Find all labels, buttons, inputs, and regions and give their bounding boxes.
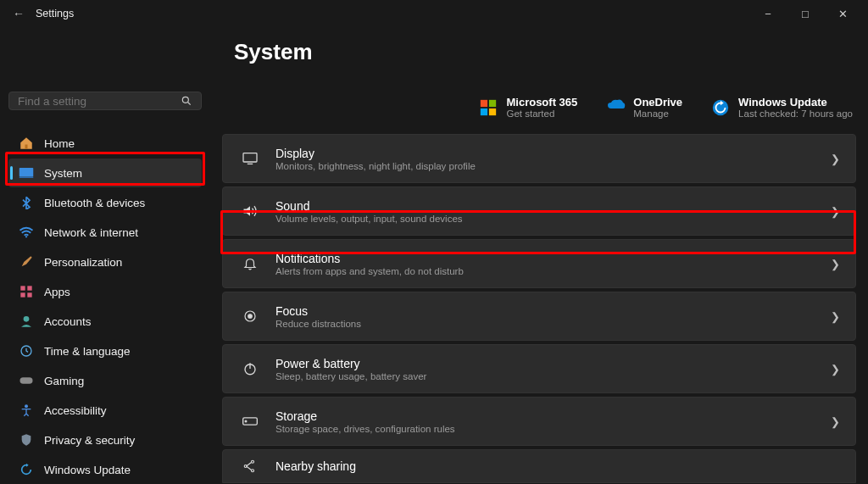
sidebar-item-label: Accessibility [44,404,107,417]
svg-rect-17 [489,108,496,114]
svg-point-5 [25,236,27,237]
sidebar-item-label: System [44,167,82,180]
setting-notifications[interactable]: NotificationsAlerts from apps and system… [222,239,856,288]
sidebar-item-system[interactable]: System [8,159,202,187]
sidebar-item-label: Personalization [44,256,122,269]
accounts-icon [17,314,36,329]
setting-nearby-sharing[interactable]: Nearby sharing [222,449,856,483]
svg-rect-19 [243,153,257,162]
setting-storage[interactable]: StorageStorage space, drives, configurat… [222,397,856,446]
setting-sub: Sleep, battery usage, battery saver [275,371,831,381]
svg-point-22 [248,314,253,319]
promo-microsoft-365[interactable]: Microsoft 365Get started [479,96,577,119]
back-button[interactable]: ← [7,7,31,20]
svg-point-29 [244,465,247,468]
sidebar-item-apps[interactable]: Apps [8,277,202,306]
setting-title: Storage [275,409,831,423]
setting-title: Notifications [275,252,831,265]
focus-icon [238,309,262,324]
promo-row: Microsoft 365Get started OneDriveManage … [222,96,853,119]
close-button[interactable]: ✕ [824,8,861,20]
setting-focus[interactable]: FocusReduce distractions ❯ [222,292,856,341]
promo-sub: Get started [506,108,577,119]
setting-power-battery[interactable]: Power & batterySleep, battery usage, bat… [222,344,856,393]
sidebar-item-label: Gaming [44,375,84,387]
chevron-right-icon: ❯ [831,415,840,428]
power-icon [238,361,262,376]
sidebar-item-time-language[interactable]: Time & language [8,337,202,365]
sidebar-item-bluetooth[interactable]: Bluetooth & devices [8,188,202,217]
setting-title: Display [275,147,831,160]
svg-rect-2 [25,145,28,149]
svg-point-28 [252,470,254,472]
promo-title: OneDrive [633,96,682,108]
chevron-right-icon: ❯ [831,258,840,270]
svg-rect-7 [27,286,31,290]
settings-list: DisplayMonitors, brightness, night light… [222,134,856,483]
svg-rect-8 [20,292,25,297]
sidebar-item-home[interactable]: Home [8,129,202,158]
clock-icon [17,343,36,359]
svg-line-1 [188,103,191,105]
setting-sub: Volume levels, output, input, sound devi… [275,214,831,224]
setting-display[interactable]: DisplayMonitors, brightness, night light… [222,134,856,183]
setting-title: Focus [275,304,831,318]
sidebar-item-privacy[interactable]: Privacy & security [8,426,202,454]
svg-rect-6 [20,286,25,290]
maximize-button[interactable]: □ [787,8,824,20]
sidebar-item-label: Accounts [44,315,92,328]
setting-sub: Storage space, drives, configuration rul… [275,424,831,434]
chevron-right-icon: ❯ [831,153,840,165]
svg-point-13 [25,404,28,408]
bluetooth-icon [17,195,36,210]
promo-title: Windows Update [738,96,853,108]
sidebar-item-label: Privacy & security [44,434,135,447]
sidebar-item-label: Home [44,137,75,150]
sidebar-item-label: Network & internet [44,226,138,239]
chevron-right-icon: ❯ [831,363,840,376]
setting-title: Power & battery [275,357,831,370]
promo-sub: Manage [633,108,682,119]
sidebar-item-windows-update[interactable]: Windows Update [8,455,202,484]
promo-windows-update[interactable]: Windows UpdateLast checked: 7 hours ago [711,96,853,119]
display-icon [238,152,262,165]
chevron-right-icon: ❯ [831,310,840,323]
sidebar-item-label: Bluetooth & devices [44,197,145,209]
setting-sub: Reduce distractions [275,319,831,329]
window-title: Settings [36,8,74,19]
titlebar: ← Settings − □ ✕ [0,0,868,27]
sidebar-item-accessibility[interactable]: Accessibility [8,396,202,425]
windows-update-icon [711,98,730,117]
search-icon [181,95,192,107]
setting-title: Sound [275,199,831,213]
brush-icon [17,254,36,270]
main-content: System Microsoft 365Get started OneDrive… [210,27,868,484]
sidebar-item-network[interactable]: Network & internet [8,218,202,247]
search-input[interactable] [18,95,181,108]
sidebar-item-label: Time & language [44,345,131,358]
svg-point-26 [245,420,247,422]
nav-list: Home System Bluetooth & devices Network … [8,129,202,484]
system-icon [17,165,36,181]
sidebar: Home System Bluetooth & devices Network … [0,27,210,484]
sidebar-item-gaming[interactable]: Gaming [8,366,202,395]
apps-icon [17,284,36,299]
promo-onedrive[interactable]: OneDriveManage [606,96,682,119]
home-icon [17,136,36,151]
sidebar-item-accounts[interactable]: Accounts [8,307,202,336]
svg-rect-14 [481,99,487,106]
sidebar-item-personalization[interactable]: Personalization [8,248,202,276]
search-box[interactable] [8,92,202,110]
minimize-button[interactable]: − [749,8,787,20]
accessibility-icon [17,403,36,418]
sidebar-item-label: Windows Update [44,464,131,476]
svg-point-27 [252,460,254,463]
chevron-right-icon: ❯ [831,205,840,218]
shield-icon [17,432,36,448]
svg-rect-16 [481,108,487,114]
sound-icon [238,203,262,219]
promo-title: Microsoft 365 [506,96,577,108]
setting-sound[interactable]: SoundVolume levels, output, input, sound… [222,186,856,236]
svg-point-10 [24,316,30,322]
svg-rect-15 [489,99,496,106]
